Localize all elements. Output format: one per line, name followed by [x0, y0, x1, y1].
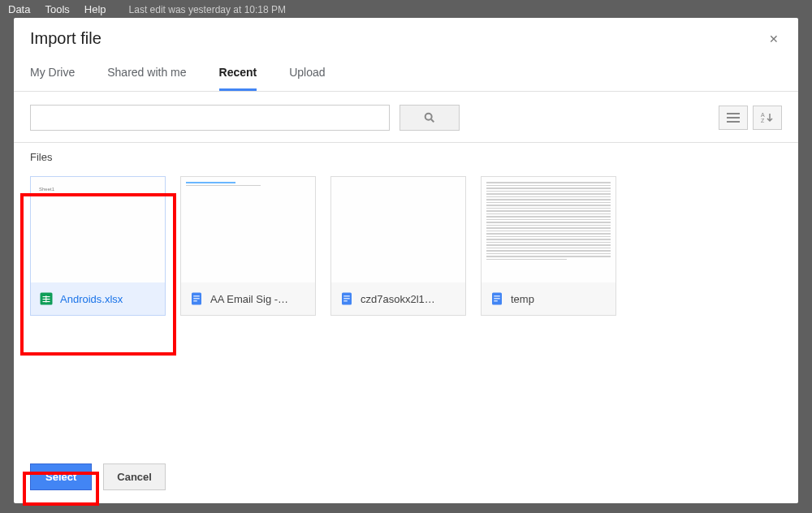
- svg-rect-22: [494, 298, 500, 299]
- docs-icon: [339, 291, 354, 306]
- svg-rect-23: [494, 300, 498, 301]
- svg-rect-2: [727, 113, 740, 114]
- svg-rect-19: [343, 300, 348, 301]
- menu-tools[interactable]: Tools: [45, 3, 69, 15]
- last-edit-text: Last edit was yesterday at 10:18 PM: [129, 4, 286, 15]
- file-footer: temp: [482, 282, 615, 315]
- sort-az-icon: AZ: [761, 112, 774, 123]
- docs-icon: [189, 291, 204, 306]
- file-card-temp[interactable]: temp: [481, 176, 616, 316]
- svg-rect-21: [494, 295, 500, 296]
- file-content-area: Files Sheet1 Androids.xlsx AA Email Sig …: [14, 143, 798, 450]
- close-button[interactable]: ✕: [766, 30, 782, 48]
- tab-my-drive[interactable]: My Drive: [30, 66, 75, 91]
- file-thumbnail: [331, 177, 465, 282]
- file-name: czd7asokx2l1…: [361, 293, 435, 305]
- list-view-button[interactable]: [719, 106, 748, 130]
- svg-rect-15: [193, 300, 197, 301]
- svg-text:A: A: [761, 112, 765, 118]
- svg-rect-14: [193, 298, 200, 299]
- file-thumbnail: Sheet1: [31, 177, 165, 282]
- file-name: temp: [511, 293, 534, 305]
- menu-help[interactable]: Help: [84, 3, 106, 15]
- file-card-email-sig[interactable]: AA Email Sig -…: [180, 176, 316, 316]
- svg-text:Z: Z: [761, 118, 765, 123]
- select-button[interactable]: Select: [30, 463, 92, 490]
- file-card-czd7[interactable]: czd7asokx2l1…: [330, 176, 466, 316]
- tab-bar: My Drive Shared with me Recent Upload: [14, 54, 798, 92]
- tab-shared-with-me[interactable]: Shared with me: [107, 66, 186, 91]
- dialog-title: Import file: [30, 29, 102, 48]
- svg-rect-18: [343, 298, 350, 299]
- cancel-button[interactable]: Cancel: [103, 463, 166, 490]
- search-bar: AZ: [14, 92, 798, 143]
- view-controls: AZ: [719, 106, 782, 130]
- background-menu: Data Tools Help Last edit was yesterday …: [8, 3, 286, 15]
- file-footer: czd7asokx2l1…: [331, 282, 465, 315]
- file-name: AA Email Sig -…: [210, 293, 288, 305]
- dialog-header: Import file ✕: [14, 18, 798, 54]
- tab-recent[interactable]: Recent: [219, 66, 257, 91]
- svg-line-1: [431, 119, 434, 122]
- import-file-dialog: Import file ✕ My Drive Shared with me Re…: [14, 18, 798, 503]
- docs-icon: [490, 291, 504, 306]
- svg-rect-4: [727, 121, 740, 123]
- file-footer: Androids.xlsx: [31, 282, 165, 315]
- svg-rect-13: [193, 295, 200, 296]
- sheets-icon: [39, 291, 54, 306]
- tab-upload[interactable]: Upload: [289, 66, 325, 91]
- search-input[interactable]: [30, 105, 390, 131]
- files-label: Files: [30, 151, 782, 163]
- search-icon: [423, 111, 436, 124]
- menu-data[interactable]: Data: [8, 3, 30, 15]
- svg-rect-11: [45, 295, 46, 302]
- file-name: Androids.xlsx: [60, 293, 123, 305]
- search-button[interactable]: [400, 105, 460, 131]
- file-footer: AA Email Sig -…: [181, 282, 315, 315]
- list-icon: [727, 113, 740, 123]
- file-grid: Sheet1 Androids.xlsx AA Email Sig -…: [30, 176, 782, 316]
- dialog-footer: Select Cancel: [14, 450, 798, 503]
- svg-rect-3: [727, 117, 740, 119]
- file-thumbnail: [482, 177, 615, 282]
- file-card-androids[interactable]: Sheet1 Androids.xlsx: [30, 176, 166, 316]
- sort-button[interactable]: AZ: [753, 106, 782, 130]
- file-thumbnail: [181, 177, 315, 282]
- svg-point-0: [425, 114, 432, 120]
- svg-rect-17: [343, 295, 350, 296]
